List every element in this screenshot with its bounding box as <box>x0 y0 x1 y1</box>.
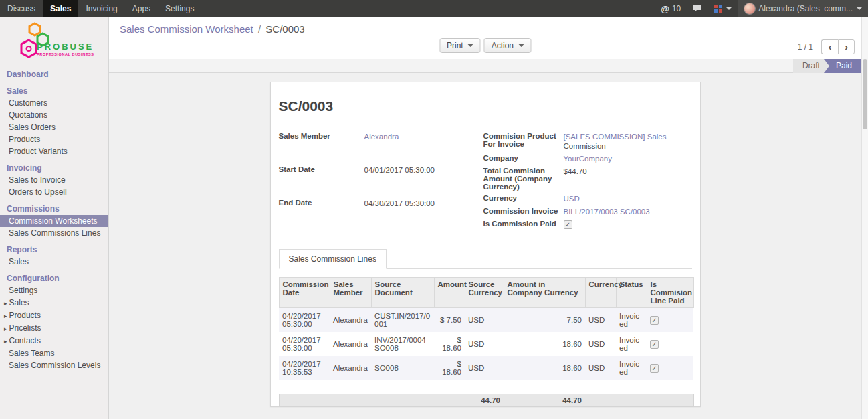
menu-item-discuss[interactable]: Discuss <box>0 0 43 17</box>
cell-member: Alexandra <box>330 356 371 380</box>
sidebar-item-sales-sales-orders[interactable]: Sales Orders <box>0 121 108 133</box>
field-value-company: YourCompany <box>564 154 692 163</box>
field-label-total-commision-amount-company-currency: Total Commision Amount (Company Currency… <box>483 167 564 191</box>
sidebar-item-label: Quotations <box>9 110 47 120</box>
sidebar-item-configuration-sales[interactable]: ▸Sales <box>0 297 108 309</box>
sidebar-item-configuration-sales-commission-levels[interactable]: Sales Commission Levels <box>0 359 108 371</box>
sidebar-item-configuration-contacts[interactable]: ▸Contacts <box>0 335 108 347</box>
cell-status: Invoiced <box>616 356 647 380</box>
field-link[interactable]: BILL/2017/0003 SC/0003 <box>564 207 650 216</box>
breadcrumb-parent[interactable]: Sales Commission Worksheet <box>120 23 253 35</box>
cell-paid: ✓ <box>647 308 693 333</box>
main-content: Sales Commission Worksheet / SC/0003 Pri… <box>109 17 861 419</box>
tab-sales-commission-lines[interactable]: Sales Commission Lines <box>279 249 387 269</box>
column-header-sales-member[interactable]: Sales Member <box>330 278 371 308</box>
sidebar-item-sales-products[interactable]: Products <box>0 133 108 145</box>
sidebar-item-configuration-pricelists[interactable]: ▸Pricelists <box>0 322 108 335</box>
menu-item-settings[interactable]: Settings <box>158 0 201 17</box>
left-field-group: Sales MemberAlexandraStart Date04/01/201… <box>279 132 479 229</box>
checkbox-is-commission-paid[interactable]: ✓ <box>564 220 572 229</box>
field-value-end-date: 04/30/2017 05:30:00 <box>364 199 479 208</box>
pager-next-button[interactable]: › <box>838 39 855 54</box>
menu-item-apps[interactable]: Apps <box>125 0 158 17</box>
cell-source_currency: USD <box>465 356 504 380</box>
form-view: SC/0003 Sales MemberAlexandraStart Date0… <box>109 73 861 407</box>
line-paid-checkbox[interactable]: ✓ <box>650 316 659 325</box>
sidebar-item-configuration-sales-teams[interactable]: Sales Teams <box>0 347 108 359</box>
scrollbar-thumb[interactable] <box>863 59 867 129</box>
print-button[interactable]: Print <box>439 38 481 53</box>
user-menu[interactable]: Alexandra (Sales_comm... <box>738 0 868 17</box>
column-header-source-currency[interactable]: Source Currency <box>465 278 504 308</box>
column-header-is-commision-line-paid[interactable]: Is Commision Line Paid <box>647 278 693 308</box>
sidebar-section-dashboard[interactable]: Dashboard <box>0 68 108 80</box>
sidebar-item-commissions-commission-worksheets[interactable]: Commission Worksheets <box>0 215 108 227</box>
sidebar-section-commissions[interactable]: Commissions <box>0 203 108 215</box>
totals-spacer <box>279 394 434 407</box>
menu-item-invoicing[interactable]: Invoicing <box>78 0 124 17</box>
breadcrumb: Sales Commission Worksheet / SC/0003 <box>120 23 851 35</box>
pager-previous-button[interactable]: ‹ <box>821 39 838 54</box>
line-paid-checkbox[interactable]: ✓ <box>650 364 659 373</box>
field-link[interactable]: YourCompany <box>564 155 612 163</box>
cell-amount: $ 18.60 <box>434 356 465 380</box>
cell-status: Invoiced <box>616 308 647 333</box>
column-header-currency[interactable]: Currency <box>585 278 616 308</box>
action-button[interactable]: Action <box>484 38 531 53</box>
cell-amount_company: 18.60 <box>504 356 585 380</box>
breadcrumb-separator: / <box>256 23 263 35</box>
pager-value: 1 / 1 <box>798 42 813 52</box>
status-draft[interactable]: Draft <box>793 59 829 73</box>
sidebar-item-reports-sales[interactable]: Sales <box>0 256 108 268</box>
chevron-right-icon: ▸ <box>4 300 7 307</box>
table-row[interactable]: 04/20/2017 05:30:00AlexandraINV/2017/000… <box>279 332 693 356</box>
sidebar-item-sales-product-variants[interactable]: Product Variants <box>0 145 108 157</box>
table-row[interactable]: 04/20/2017 10:35:53AlexandraSO008$ 18.60… <box>279 356 693 380</box>
sidebar: PROBUSE PROFESSIONAL BUSINESS DashboardS… <box>0 17 109 419</box>
field-link[interactable]: USD <box>564 195 580 203</box>
table-body: 04/20/2017 05:30:00AlexandraCUST.IN/2017… <box>279 308 693 381</box>
status-paid[interactable]: Paid <box>824 59 861 73</box>
top-menu: DiscussSalesInvoicingAppsSettings <box>0 0 201 17</box>
cell-member: Alexandra <box>330 308 371 333</box>
sidebar-section-sales[interactable]: Sales <box>0 85 108 97</box>
field-value-total-commision-amount-company-currency: $44.70 <box>564 167 692 176</box>
field-link[interactable]: Alexandra <box>364 133 399 141</box>
sidebar-item-commissions-sales-commissions-lines[interactable]: Sales Commissions Lines <box>0 227 108 239</box>
activities-menu[interactable]: @ 10 <box>655 0 687 17</box>
field-link[interactable]: [SALES COMMISSION] Sales <box>564 133 667 141</box>
totals-bar: 44.70 44.70 <box>279 394 694 407</box>
top-navbar: DiscussSalesInvoicingAppsSettings @ 10 A… <box>0 0 868 17</box>
sidebar-item-configuration-settings[interactable]: Settings <box>0 284 108 297</box>
column-header-source-document[interactable]: Source Document <box>371 278 434 308</box>
cell-currency: USD <box>585 332 616 356</box>
sidebar-item-label: Products <box>9 135 40 144</box>
debug-menu[interactable] <box>708 0 738 17</box>
menu-item-sales[interactable]: Sales <box>43 0 78 17</box>
sidebar-item-label: Sales Commissions Lines <box>9 228 100 238</box>
cell-currency: USD <box>585 356 616 380</box>
line-paid-checkbox[interactable]: ✓ <box>650 340 659 349</box>
sidebar-item-configuration-products[interactable]: ▸Products <box>0 309 108 322</box>
sidebar-item-invoicing-sales-to-invoice[interactable]: Sales to Invoice <box>0 174 108 186</box>
button-row: Print Action 1 / 1 ‹ › <box>109 38 861 57</box>
sidebar-section-configuration[interactable]: Configuration <box>0 272 108 284</box>
sidebar-item-sales-customers[interactable]: Customers <box>0 97 108 109</box>
sidebar-item-sales-quotations[interactable]: Quotations <box>0 109 108 121</box>
column-header-amount-in-company-currency[interactable]: Amount in Company Currency <box>504 278 585 308</box>
field-label-sales-member: Sales Member <box>279 132 364 140</box>
column-header-status[interactable]: Status <box>616 278 647 308</box>
table-row[interactable]: 04/20/2017 05:30:00AlexandraCUST.IN/2017… <box>279 308 693 333</box>
field-label-commission-invoice: Commission Invoice <box>483 207 564 215</box>
sidebar-section-reports[interactable]: Reports <box>0 244 108 256</box>
scrollbar[interactable] <box>861 17 868 419</box>
column-header-amount[interactable]: Amount <box>434 278 465 308</box>
notebook-tabs: Sales Commission Lines <box>279 249 692 269</box>
column-header-commission-date[interactable]: Commission Date <box>279 278 330 308</box>
sidebar-item-invoicing-orders-to-upsell[interactable]: Orders to Upsell <box>0 186 108 198</box>
sidebar-section-invoicing[interactable]: Invoicing <box>0 162 108 174</box>
sidebar-item-label: Sales to Invoice <box>9 175 66 185</box>
field-text: 04/30/2017 05:30:00 <box>364 199 435 207</box>
sidebar-item-label: Commission Worksheets <box>9 216 97 226</box>
messages-menu[interactable] <box>687 0 708 17</box>
